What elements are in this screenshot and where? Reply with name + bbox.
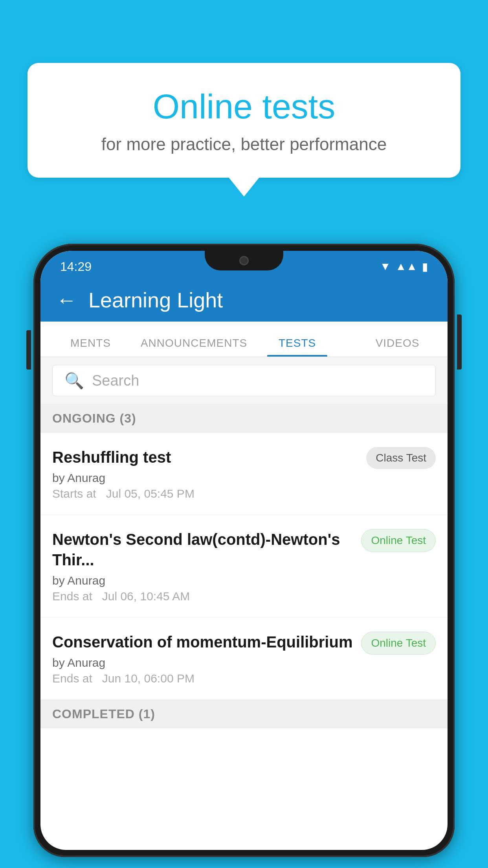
app-bar: ← Learning Light [40,278,448,322]
test-badge-1: Class Test [366,447,436,469]
battery-icon: ▮ [422,260,428,273]
test-info-1: Reshuffling test by Anurag Starts at Jul… [52,447,358,500]
test-badge-3: Online Test [361,632,436,655]
test-name-2: Newton's Second law(contd)-Newton's Thir… [52,529,353,570]
speech-bubble-wrapper: Online tests for more practice, better p… [28,63,460,197]
back-arrow-icon[interactable]: ← [56,290,77,310]
tabs-bar: MENTS ANNOUNCEMENTS TESTS VIDEOS [40,322,448,357]
completed-section-title: COMPLETED (1) [52,707,155,721]
app-bar-title: Learning Light [88,288,223,312]
search-input-placeholder[interactable]: Search [92,372,139,389]
phone-outer: 14:29 ▼ ▲▲ ▮ ← Learning Light MENTS ANNO… [33,244,455,857]
speech-bubble-tail [228,177,260,197]
test-author-2: by Anurag [52,574,353,587]
test-time-1: Starts at Jul 05, 05:45 PM [52,487,358,500]
test-item-3[interactable]: Conservation of momentum-Equilibrium by … [40,618,448,700]
test-time-3: Ends at Jun 10, 06:00 PM [52,672,353,685]
test-author-3: by Anurag [52,656,353,669]
test-author-1: by Anurag [52,471,358,485]
phone-wrapper: 14:29 ▼ ▲▲ ▮ ← Learning Light MENTS ANNO… [33,244,455,868]
search-icon: 🔍 [64,371,84,390]
completed-section-header: COMPLETED (1) [40,700,448,728]
status-icons: ▼ ▲▲ ▮ [380,260,428,273]
search-container: 🔍 Search [40,357,448,404]
test-name-3: Conservation of momentum-Equilibrium [52,632,353,652]
test-info-3: Conservation of momentum-Equilibrium by … [52,632,353,685]
test-item-2[interactable]: Newton's Second law(contd)-Newton's Thir… [40,515,448,618]
test-badge-2: Online Test [361,529,436,552]
phone-notch [205,251,283,270]
test-info-2: Newton's Second law(contd)-Newton's Thir… [52,529,353,603]
camera [239,256,249,265]
test-list: Reshuffling test by Anurag Starts at Jul… [40,433,448,700]
ongoing-section-title: ONGOING (3) [52,411,136,425]
test-time-2: Ends at Jul 06, 10:45 AM [52,590,353,603]
ongoing-section-header: ONGOING (3) [40,404,448,433]
phone-screen: 14:29 ▼ ▲▲ ▮ ← Learning Light MENTS ANNO… [40,251,448,850]
tab-videos[interactable]: VIDEOS [347,337,448,357]
status-time: 14:29 [60,259,92,274]
test-name-1: Reshuffling test [52,447,358,467]
bubble-subtitle: for more practice, better performance [59,134,429,154]
test-item-1[interactable]: Reshuffling test by Anurag Starts at Jul… [40,433,448,515]
tab-ments[interactable]: MENTS [40,337,141,357]
tab-announcements[interactable]: ANNOUNCEMENTS [141,337,247,357]
signal-icon: ▲▲ [396,260,417,273]
wifi-icon: ▼ [380,260,391,273]
bubble-title: Online tests [59,86,429,127]
speech-bubble: Online tests for more practice, better p… [28,63,460,178]
tab-tests[interactable]: TESTS [247,337,347,357]
search-box[interactable]: 🔍 Search [52,365,436,396]
